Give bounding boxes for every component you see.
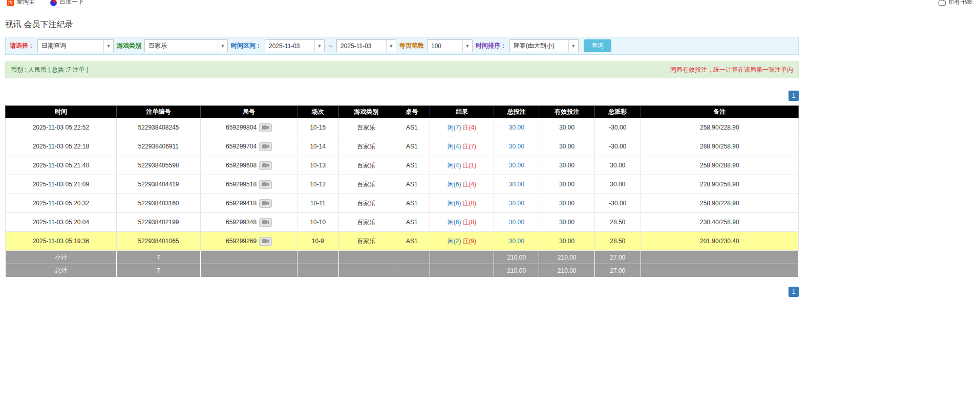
search-button[interactable]: 查询: [584, 39, 611, 52]
video-replay-icon[interactable]: [259, 123, 272, 132]
cell-note: 258.90/228.90: [641, 118, 798, 137]
total-bet-link[interactable]: 30.00: [509, 238, 524, 245]
cell-total-bet: 30.00: [494, 213, 539, 232]
game-type-dropdown[interactable]: 百家乐 ▼: [144, 39, 228, 52]
cell-round: 659299418: [201, 194, 297, 213]
chevron-down-icon[interactable]: ▼: [386, 40, 396, 52]
cell-note: 230.40/258.90: [641, 213, 798, 232]
total-count: 7: [116, 264, 200, 277]
cell-empty: [641, 264, 798, 277]
cell-bet-id: 522938405598: [116, 156, 200, 175]
query-type-value[interactable]: 日期查询: [38, 40, 103, 52]
table-row[interactable]: 2025-11-03 05:22:52 522938408245 6592998…: [6, 118, 799, 137]
table-row[interactable]: 2025-11-03 05:21:09 522938404419 6592995…: [6, 175, 799, 194]
cell-empty: [297, 251, 339, 264]
pagination-bottom: 1: [5, 287, 799, 297]
video-replay-icon[interactable]: [259, 218, 272, 227]
col-header-payout: 总派彩: [594, 106, 641, 118]
cell-table: AS1: [394, 175, 430, 194]
col-header-result: 结果: [430, 106, 494, 118]
chevron-down-icon[interactable]: ▼: [462, 40, 472, 52]
result-player: 闲(4): [448, 143, 461, 150]
col-header-round: 局号: [201, 106, 297, 118]
result-banker: 庄(7): [462, 143, 476, 150]
col-header-valid-bet: 有效投注: [539, 106, 594, 118]
round-number: 659299348: [226, 219, 257, 226]
round-number: 659299518: [226, 181, 257, 188]
cell-empty: [430, 251, 494, 264]
sort-dropdown[interactable]: 降幂(由大到小) ▼: [509, 39, 579, 52]
cell-session: 10-9: [297, 232, 339, 251]
total-bet-link[interactable]: 30.00: [509, 200, 524, 207]
cell-round: 659299608: [201, 156, 297, 175]
taobao-icon: 淘: [7, 0, 14, 6]
video-replay-icon[interactable]: [259, 180, 272, 189]
date-to-value[interactable]: 2025-11-03: [337, 40, 386, 52]
total-valid-bet: 210.00: [539, 264, 594, 277]
sort-label: 时间排序：: [476, 41, 506, 50]
col-header-total-bet: 总投注: [494, 106, 539, 118]
result-banker: 庄(9): [462, 238, 476, 245]
page-size-dropdown[interactable]: 100 ▼: [427, 39, 473, 52]
query-type-dropdown[interactable]: 日期查询 ▼: [37, 39, 114, 52]
date-from-picker[interactable]: 2025-11-03 ▼: [265, 39, 325, 52]
total-bet-link[interactable]: 30.00: [509, 181, 524, 188]
date-to-picker[interactable]: 2025-11-03 ▼: [336, 39, 396, 52]
bookmark-label: 百度一下: [59, 0, 84, 6]
cell-empty: [338, 264, 394, 277]
cell-valid-bet: 30.00: [539, 194, 594, 213]
cell-bet-id: 522938402199: [116, 213, 200, 232]
all-bookmarks-button[interactable]: 所有书签: [939, 0, 973, 6]
result-banker: 庄(4): [462, 124, 476, 131]
video-replay-icon[interactable]: [259, 142, 272, 151]
total-bet-link[interactable]: 30.00: [509, 143, 524, 150]
table-row[interactable]: 2025-11-03 05:20:04 522938402199 6592993…: [6, 213, 799, 232]
cell-empty: [430, 264, 494, 277]
chevron-down-icon[interactable]: ▼: [568, 40, 578, 52]
total-bet-link[interactable]: 30.00: [509, 162, 524, 169]
cell-round: 659299269: [201, 232, 297, 251]
sort-value[interactable]: 降幂(由大到小): [510, 40, 568, 52]
cell-game: 百家乐: [338, 194, 394, 213]
bookmark-baidu[interactable]: 百度一下: [50, 0, 84, 6]
game-type-value[interactable]: 百家乐: [145, 40, 218, 52]
date-from-value[interactable]: 2025-11-03: [265, 40, 314, 52]
cell-time: 2025-11-03 05:19:36: [6, 232, 117, 251]
cell-empty: [338, 251, 394, 264]
cell-table: AS1: [394, 156, 430, 175]
result-player: 闲(7): [448, 124, 461, 131]
filter-bar: 请选择： 日期查询 ▼ 游戏类别 百家乐 ▼ 时间区间： 2025-11-03 …: [5, 37, 799, 55]
bookmarks-left: 淘 爱淘宝 百度一下: [7, 0, 84, 6]
cell-note: 288.90/258.90: [641, 137, 798, 156]
total-total-bet: 210.00: [494, 264, 539, 277]
total-bet-link[interactable]: 30.00: [509, 124, 524, 131]
table-row[interactable]: 2025-11-03 05:20:32 522938403160 6592994…: [6, 194, 799, 213]
table-row[interactable]: 2025-11-03 05:22:18 522938406911 6592997…: [6, 137, 799, 156]
cell-session: 10-10: [297, 213, 339, 232]
chevron-down-icon[interactable]: ▼: [218, 40, 227, 52]
cell-empty: [641, 251, 798, 264]
chevron-down-icon[interactable]: ▼: [314, 40, 324, 52]
page-button-1[interactable]: 1: [789, 287, 799, 297]
chevron-down-icon[interactable]: ▼: [103, 40, 113, 52]
cell-total-bet: 30.00: [494, 175, 539, 194]
cell-valid-bet: 30.00: [539, 232, 594, 251]
table-row-selected[interactable]: 2025-11-03 05:19:36 522938401065 6592992…: [6, 232, 799, 251]
total-bet-link[interactable]: 30.00: [509, 219, 524, 226]
cell-time: 2025-11-03 05:21:40: [6, 156, 117, 175]
cell-result: 闲(7)庄(4): [430, 118, 494, 137]
page-size-value[interactable]: 100: [428, 40, 462, 52]
result-player: 闲(4): [448, 162, 461, 169]
video-replay-icon[interactable]: [259, 161, 272, 170]
round-number: 659299804: [226, 124, 257, 131]
video-replay-icon[interactable]: [259, 199, 272, 208]
cell-game: 百家乐: [338, 137, 394, 156]
result-player: 闲(6): [448, 200, 461, 207]
video-replay-icon[interactable]: [259, 237, 272, 246]
bookmark-aitaobao[interactable]: 淘 爱淘宝: [7, 0, 35, 6]
cell-bet-id: 522938403160: [116, 194, 200, 213]
page-button-1[interactable]: 1: [789, 91, 799, 101]
result-banker: 庄(0): [462, 200, 476, 207]
cell-note: 228.90/258.90: [641, 175, 798, 194]
table-row[interactable]: 2025-11-03 05:21:40 522938405598 6592996…: [6, 156, 799, 175]
